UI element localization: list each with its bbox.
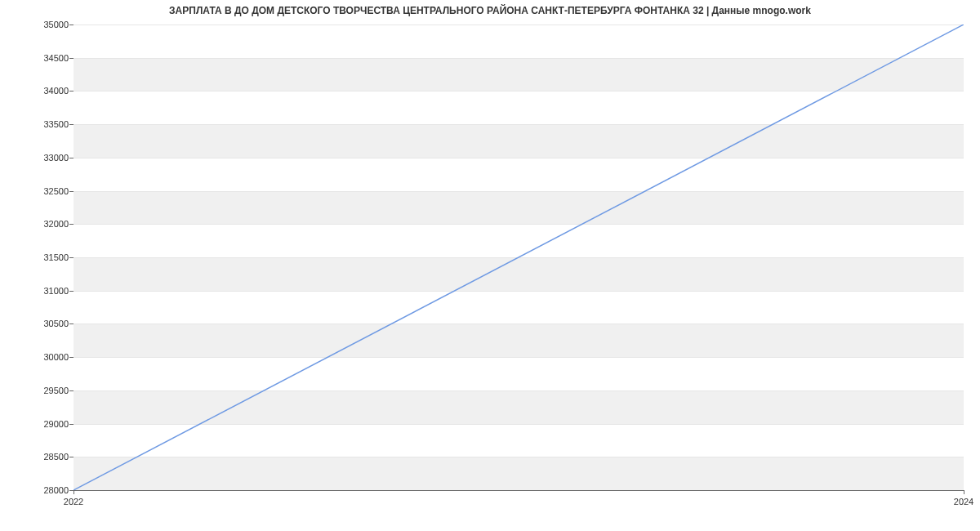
y-tick-label: 28000 [3,485,69,495]
y-tick-label: 32500 [3,186,69,196]
x-tick-mark [964,490,964,494]
y-tick-mark [69,424,74,425]
y-tick-mark [69,357,74,358]
y-tick-label: 28500 [3,452,69,462]
y-tick-label: 30500 [3,319,69,328]
y-tick-label: 29500 [3,386,69,395]
series-line [74,25,964,490]
y-tick-mark [69,324,74,324]
x-tick-label: 2024 [954,497,973,506]
y-tick-mark [69,291,74,292]
x-tick-mark [74,490,74,494]
y-tick-mark [69,91,74,91]
salary-line-chart: ЗАРПЛАТА В ДО ДОМ ДЕТСКОГО ТВОРЧЕСТВА ЦЕ… [0,0,980,531]
y-tick-label: 33500 [3,119,69,129]
y-tick-mark [69,124,74,125]
y-tick-label: 33000 [3,153,69,163]
plot-area [74,25,964,490]
y-tick-mark [69,158,74,158]
y-tick-mark [69,224,74,225]
line-series [74,25,964,490]
y-tick-mark [69,191,74,192]
y-tick-mark [69,25,74,25]
y-tick-label: 31500 [3,252,69,262]
x-axis-line [74,490,964,491]
y-tick-mark [69,390,74,391]
y-tick-mark [69,58,74,59]
y-tick-label: 35000 [3,20,69,29]
y-tick-mark [69,257,74,258]
y-tick-label: 34000 [3,86,69,96]
y-tick-label: 30000 [3,352,69,362]
y-tick-label: 31000 [3,286,69,296]
y-tick-mark [69,457,74,457]
y-tick-label: 34500 [3,53,69,63]
y-tick-label: 32000 [3,219,69,229]
x-tick-label: 2022 [64,497,83,506]
chart-title: ЗАРПЛАТА В ДО ДОМ ДЕТСКОГО ТВОРЧЕСТВА ЦЕ… [0,5,980,16]
y-tick-label: 29000 [3,419,69,429]
